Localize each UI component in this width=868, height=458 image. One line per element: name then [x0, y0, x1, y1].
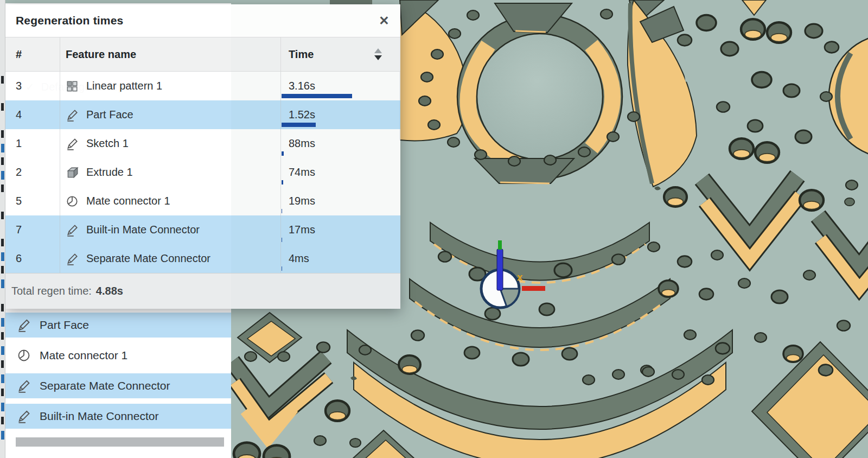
- feature-name: Separate Mate Connector: [86, 252, 210, 265]
- total-regen-value: 4.88s: [96, 285, 123, 297]
- time-value: 1.52s: [289, 109, 315, 121]
- sort-descending-arrow: [374, 55, 382, 60]
- time-bar: [282, 238, 282, 242]
- row-number: 1: [5, 129, 60, 158]
- time-column-label: Time: [289, 48, 314, 61]
- feature-tree-label: Separate Mate Connector: [40, 379, 170, 392]
- dialog-header[interactable]: Regeneration times ✕: [5, 4, 400, 37]
- feature-tree-label: Mate connector 1: [40, 349, 127, 362]
- total-regen-label: Total regen time:: [11, 285, 92, 297]
- feature-icon: [66, 166, 79, 179]
- close-icon[interactable]: ✕: [374, 11, 394, 30]
- feature-icon: [17, 318, 31, 332]
- time-bar: [282, 209, 282, 213]
- time-bar: [282, 151, 284, 156]
- feature-name: Built-in Mate Connector: [86, 224, 200, 236]
- feature-tree-item[interactable]: Separate Mate Connector: [5, 373, 231, 398]
- time-value: 17ms: [289, 224, 315, 236]
- feature-icon: [66, 137, 79, 150]
- feature-icon: [66, 80, 79, 93]
- feature-icon: [17, 409, 31, 423]
- feature-icon: [66, 252, 79, 265]
- time-value: 19ms: [289, 195, 315, 207]
- dialog-footer: Total regen time: 4.88s: [5, 273, 400, 309]
- table-header-row: # Feature name Time: [5, 37, 400, 72]
- sort-descending-icon[interactable]: [374, 48, 382, 60]
- regen-table-row[interactable]: 1 Sketch 1 88ms: [5, 129, 400, 158]
- regen-table-row[interactable]: 2 Extrude 1 74ms: [5, 158, 400, 187]
- time-value: 88ms: [289, 137, 315, 150]
- y-axis-handle[interactable]: [498, 240, 502, 250]
- row-number: 3: [5, 72, 60, 100]
- feature-name: Extrude 1: [86, 166, 133, 179]
- row-number: 2: [5, 158, 60, 187]
- row-number: 4: [5, 100, 60, 129]
- time-bar: [282, 180, 283, 185]
- feature-name: Linear pattern 1: [86, 80, 162, 92]
- horizontal-scrollbar-thumb[interactable]: [16, 437, 224, 447]
- row-number: 5: [5, 187, 60, 215]
- time-value: 3.16s: [289, 80, 315, 92]
- regen-table-row[interactable]: 4 Part Face 1.52s: [5, 100, 400, 129]
- regen-times-table-body: 3 Linear pattern 1 3.16s 4 Part Face 1.5…: [5, 72, 400, 273]
- regen-table-row[interactable]: 5 Mate connector 1 19ms: [5, 187, 400, 215]
- z-axis-handle[interactable]: [497, 249, 503, 290]
- column-header-feature-name[interactable]: Feature name: [60, 37, 280, 71]
- feature-name: Mate connector 1: [86, 195, 170, 207]
- feature-tree-label: Built-in Mate Connector: [40, 410, 158, 423]
- application-window: x ✓ Default geometry Part Face Mate conn…: [0, 0, 868, 458]
- column-header-time[interactable]: Time: [280, 37, 400, 71]
- time-bar: [282, 94, 352, 98]
- time-bar: [282, 123, 316, 127]
- time-value: 4ms: [289, 252, 309, 265]
- dialog-title: Regeneration times: [16, 14, 124, 27]
- regen-table-row[interactable]: 3 Linear pattern 1 3.16s: [5, 72, 400, 100]
- feature-tree-item[interactable]: Built-in Mate Connector: [5, 404, 231, 429]
- feature-icon: [66, 195, 79, 208]
- feature-icon: [17, 379, 31, 393]
- feature-tree-item[interactable]: Mate connector 1: [5, 343, 231, 368]
- feature-tree-item[interactable]: Part Face: [5, 313, 231, 338]
- feature-name: Sketch 1: [86, 137, 129, 150]
- row-number: 7: [5, 215, 60, 244]
- row-number: 6: [5, 244, 60, 273]
- feature-tree-label: Part Face: [40, 319, 89, 332]
- regeneration-times-dialog: Regeneration times ✕ # Feature name Time…: [5, 4, 400, 309]
- time-value: 74ms: [289, 166, 315, 179]
- regen-table-row[interactable]: 7 Built-in Mate Connector 17ms: [5, 215, 400, 244]
- feature-icon: [66, 224, 79, 237]
- feature-icon: [17, 348, 31, 362]
- sort-ascending-arrow: [374, 48, 382, 53]
- feature-icon: [66, 109, 79, 122]
- feature-tree-list: Part Face Mate connector 1 Separate Mate…: [5, 313, 231, 434]
- regen-table-row[interactable]: 6 Separate Mate Connector 4ms: [5, 244, 400, 273]
- x-axis-label: x: [517, 271, 523, 283]
- x-axis-handle[interactable]: [522, 286, 545, 291]
- feature-name: Part Face: [86, 109, 133, 121]
- column-header-number[interactable]: #: [5, 37, 60, 71]
- window-edge-strip: [0, 0, 5, 458]
